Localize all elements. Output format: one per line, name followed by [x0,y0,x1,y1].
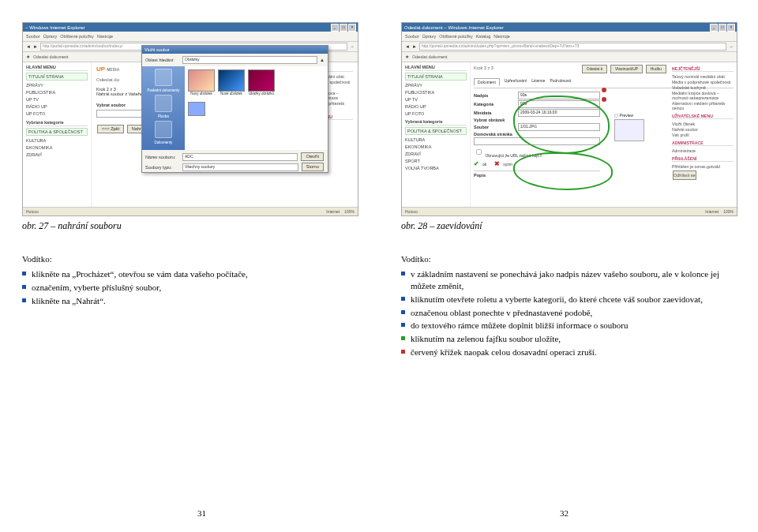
field-label: Kategorie [474,102,515,107]
form-tab[interactable]: Dokument [474,78,500,86]
sidebar-item[interactable]: RÁDIO UP [26,103,88,110]
recent-icon[interactable] [155,69,172,86]
menu-item[interactable]: Úpravy [43,34,57,39]
rightmenu-item[interactable]: Nahrát soubor [672,126,734,132]
annotation-dot [602,88,606,92]
figure-caption: obr. 27 – nahrání souboru [22,220,357,232]
menu-item[interactable]: Nástroje [493,34,509,39]
sidebar-item[interactable]: UP TV [26,96,88,103]
maximize-button[interactable]: □ [340,24,347,32]
url-field[interactable]: http://portal.upmedia.cz/admin/dodes.php… [419,43,726,51]
forward-icon[interactable]: ► [33,44,38,49]
page-content: HLAVNÍ MENU TITULNÍ STRANA ZPRÁVY PUBLIC… [402,62,737,216]
tab[interactable]: Odeslat dokument [33,54,69,59]
rightmenu-item[interactable]: Mediální krojice doslova – možnosti sebe… [672,90,734,100]
ok-icon[interactable]: ✔ [474,160,479,167]
form-tab[interactable]: Upřesňování [505,78,527,86]
sidebar-item[interactable]: PUBLICISTIKA [26,88,88,96]
rightmenu-item[interactable]: Administrace [672,148,734,153]
logout-button[interactable]: Odhlásit se [673,170,696,180]
back-icon[interactable]: ◄ [405,44,410,49]
menu-item[interactable]: Soubor [405,34,419,39]
sidebar-item[interactable]: TITULNÍ STRANA [26,73,88,81]
rightmenu-item[interactable]: Alternativní médiem přitezelá celnou [672,100,734,111]
guide-list: v základním nastavení se ponechává jako … [401,268,736,358]
forward-icon[interactable]: ► [412,44,417,49]
guide-block: Vodítko: v základním nastavení se ponech… [401,254,736,360]
documents-icon[interactable] [155,121,172,138]
menu-item[interactable]: Soubor [26,34,40,39]
sidebar-item[interactable]: ZDRAVÍ [405,150,467,157]
sidebar-item[interactable]: ZPRÁVY [26,81,88,88]
rightmenu-item[interactable]: Visladské kuchyně [672,84,734,90]
sidebar-item[interactable]: ZDRAVÍ [26,151,88,158]
right-column: Odeslat dokument − Windows Internet Expl… [379,0,758,532]
field-label[interactable]: Vybrat obrázek [474,118,505,122]
thumb-icon[interactable] [248,69,275,92]
close-button[interactable]: × [727,24,735,32]
rightmenu-item[interactable]: Váš profil [672,132,734,137]
sidebar-head: Vybraná kategorie [26,120,88,126]
sidebar-item[interactable]: UP FOTO [405,110,467,117]
sidebar-item[interactable]: ZPRÁVY [405,81,467,88]
sidebar-item[interactable]: UP FOTO [26,110,88,117]
preview-label: ▢ Preview [614,113,646,118]
sidebar-item[interactable]: EKONOMIKA [26,144,88,151]
sidebar-item[interactable]: EKONOMIKA [405,143,467,150]
sidebar-item[interactable]: SPORT [405,157,467,164]
window-title: Odeslat dokument − Windows Internet Expl… [404,25,504,30]
favorite-icon[interactable]: ★ [26,54,30,59]
top-button[interactable]: Hudbu [646,65,666,73]
sidebar-item[interactable]: KULTURA [26,137,88,144]
sidebar-item[interactable]: PUBLICISTIKA [405,88,467,96]
minimize-button[interactable]: _ [710,24,718,32]
back-button[interactable]: <<< Zpět [97,125,124,133]
up-icon[interactable]: ▲ [320,58,325,62]
form-tab[interactable]: Licence [531,78,545,86]
guide-item: označením, vyberte příslušný soubor, [22,282,357,294]
filetype-select[interactable]: Všechny soubory [182,163,298,171]
page: − Windows Internet Explorer _ □ × Soubor… [0,0,758,532]
sidebar-item[interactable]: RÁDIO UP [405,103,467,110]
sidebar-item[interactable]: KULTURA [405,136,467,143]
file-dialog: Vložit soubor Oblast hledání: Obrázky ▲ … [141,45,328,173]
thumb-icon[interactable] [188,102,205,116]
sidebar-item[interactable]: UP TV [405,96,467,103]
filename-input[interactable]: ADC [182,153,298,161]
top-button[interactable]: Vlastnosti/UP [610,65,643,73]
go-icon[interactable]: → [350,44,355,49]
minimize-button[interactable]: _ [331,24,339,32]
back-icon[interactable]: ◄ [26,44,31,49]
sidebar-item[interactable]: POLITIKA & SPOLEČNOST [405,127,467,135]
field-label: Minidata [474,111,515,115]
form-tab[interactable]: Podrobnosti [550,78,571,86]
dialog-sidebar: Poslední dokumenty Plocha Dokumenty [142,66,185,150]
rightmenu-item[interactable]: Média v podprahové společnosti [672,79,734,84]
url-checkbox[interactable] [476,149,482,155]
tab[interactable]: Odeslat dokument [412,54,448,59]
cancel-icon[interactable]: ✖ [494,160,500,167]
menu-item[interactable]: Katalog [476,34,491,39]
sidebar-item[interactable]: TITULNÍ STRANA [405,73,467,81]
lookIn-select[interactable]: Obrázky [182,56,317,64]
maximize-button[interactable]: □ [719,24,726,32]
menu-item[interactable]: Oblíbené položky [60,34,94,39]
close-button[interactable]: × [348,24,356,32]
menu-item[interactable]: Oblíbené položky [439,34,473,39]
rightmenu-head: PŘIHLÁŠENÍ [672,155,734,162]
left-sidebar: HLAVNÍ MENU TITULNÍ STRANA ZPRÁVY PUBLIC… [23,62,92,216]
top-button[interactable]: Odeslat k [582,65,607,73]
favorite-icon[interactable]: ★ [405,54,409,59]
rightmenu-item[interactable]: Talový nominál mediální obát [672,73,734,79]
sidebar-item[interactable]: POLITIKA & SPOLEČNOST [26,128,88,136]
thumb-icon[interactable] [218,69,245,92]
thumb-icon[interactable] [188,69,215,92]
menu-item[interactable]: Úpravy [422,34,436,39]
desktop-icon[interactable] [155,95,172,112]
sidebar-item[interactable]: VOLNÁ TVORBA [405,164,467,171]
rightmenu-item[interactable]: Vložit článek [672,121,734,126]
open-button[interactable]: Otevřít [301,152,324,161]
go-icon[interactable]: → [729,44,734,49]
menu-item[interactable]: Nástroje [97,34,113,39]
cancel-button[interactable]: Storno [302,163,324,171]
